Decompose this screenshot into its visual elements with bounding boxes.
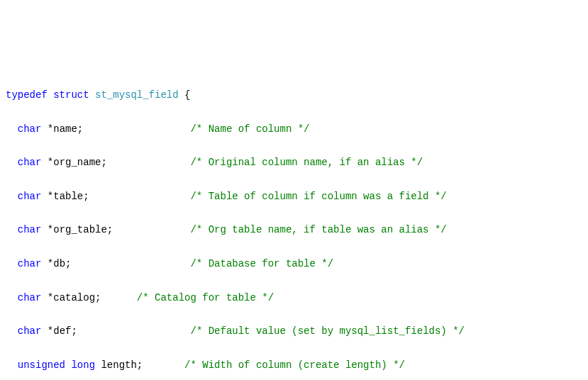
keyword-struct: struct: [53, 89, 89, 101]
field-org-name: char *org_name; /* Original column name,…: [6, 155, 582, 172]
field-table: char *table; /* Table of column if colum…: [6, 189, 582, 206]
brace-open: {: [179, 89, 191, 101]
struct-tag: st_mysql_field: [95, 89, 179, 101]
struct-decl-line: typedef struct st_mysql_field {: [6, 87, 582, 104]
comment: /* Database for table */: [190, 258, 333, 269]
field-length: unsigned long length; /* Width of column…: [6, 357, 582, 374]
field-db: char *db; /* Database for table */: [6, 256, 582, 273]
comment: /* Table of column if column was a field…: [190, 191, 446, 202]
field-name: char *name; /* Name of column */: [6, 121, 582, 138]
comment: /* Name of column */: [190, 123, 309, 135]
comment: /* Original column name, if an alias */: [190, 157, 423, 168]
field-def: char *def; /* Default value (set by mysq…: [6, 323, 582, 340]
keyword-typedef: typedef: [6, 89, 48, 101]
code-block: typedef struct st_mysql_field { char *na…: [6, 70, 582, 380]
field-catalog: char *catalog; /* Catalog for table */: [6, 290, 582, 307]
comment: /* Catalog for table */: [137, 292, 274, 303]
field-org-table: char *org_table; /* Org table name, if t…: [6, 222, 582, 239]
comment: /* Default value (set by mysql_list_fiel…: [190, 325, 464, 337]
comment: /* Width of column (create length) */: [184, 359, 405, 371]
comment: /* Org table name, if table was an alias…: [190, 224, 446, 235]
